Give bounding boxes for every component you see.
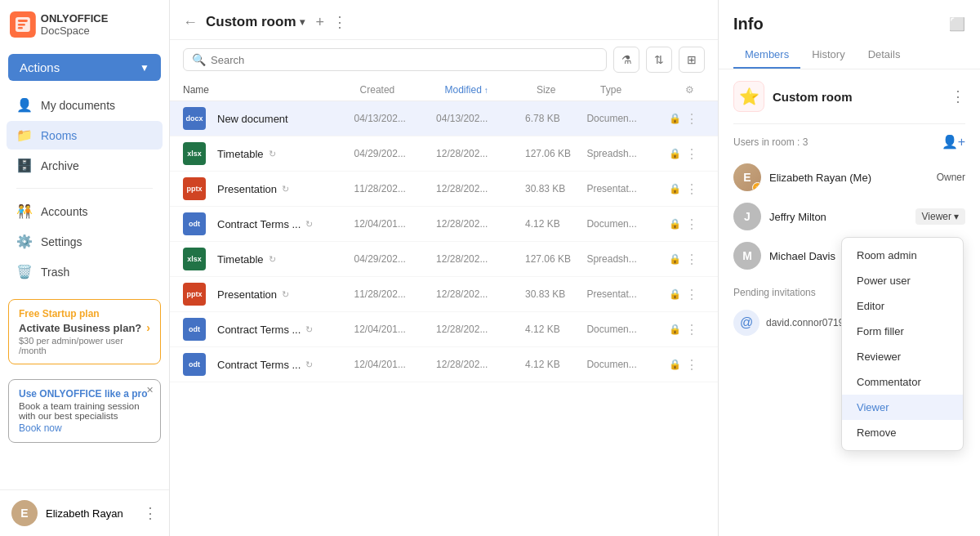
role-option-viewer[interactable]: Viewer <box>842 395 963 420</box>
sidebar-divider <box>16 188 153 189</box>
room-title[interactable]: Custom room ▾ <box>206 14 305 30</box>
promo-arrow-icon[interactable]: › <box>146 321 150 334</box>
file-table: Name Created Modified ↑ Size Type ⚙ docx… <box>170 79 718 536</box>
add-item-button[interactable]: + <box>316 14 325 31</box>
room-info-dots-icon[interactable]: ⋮ <box>951 87 965 105</box>
file-size: 6.78 KB <box>525 113 586 124</box>
file-more-icon[interactable]: ⋮ <box>685 322 705 337</box>
back-button[interactable]: ← <box>183 14 198 31</box>
role-option-remove[interactable]: Remove <box>842 420 963 445</box>
svg-rect-4 <box>18 27 23 29</box>
sidebar: ONLYOFFICE DocSpace Actions ▼ 👤 My docum… <box>0 0 170 536</box>
promo2-link[interactable]: Book now <box>19 422 150 434</box>
file-type-icon: pptx <box>183 177 206 200</box>
role-option-power-user[interactable]: Power user <box>842 268 963 293</box>
table-row[interactable]: odt Contract Terms ... ↻ 12/04/201... 12… <box>170 347 718 382</box>
col-type-header: Type <box>600 84 685 96</box>
tab-details[interactable]: Details <box>857 42 912 69</box>
file-more-icon[interactable]: ⋮ <box>685 146 705 162</box>
tab-history[interactable]: History <box>800 42 856 69</box>
file-more-icon[interactable]: ⋮ <box>685 252 705 267</box>
file-more-icon[interactable]: ⋮ <box>685 181 705 197</box>
sidebar-item-accounts[interactable]: 🧑‍🤝‍🧑 Accounts <box>7 197 163 226</box>
user-menu-dots-icon[interactable]: ⋮ <box>143 504 158 522</box>
file-more-icon[interactable]: ⋮ <box>685 111 705 127</box>
role-option-commentator[interactable]: Commentator <box>842 369 963 395</box>
file-name-text: New document <box>217 113 288 125</box>
file-type-icon: odt <box>183 318 206 341</box>
viewer-role-button[interactable]: Viewer ▾ <box>915 208 965 225</box>
file-type-text: Spreadsh... <box>586 148 669 159</box>
file-type-icon: odt <box>183 353 206 376</box>
sidebar-logo-text: ONLYOFFICE DocSpace <box>41 12 159 37</box>
table-row[interactable]: docx New document 04/13/202... 04/13/202… <box>170 101 718 136</box>
file-type-icon: xlsx <box>183 248 206 270</box>
expand-icon[interactable]: ⬜ <box>949 16 965 32</box>
file-modified: 12/28/202... <box>436 359 525 370</box>
sidebar-footer: E Elizabeth Rayan ⋮ <box>0 489 169 536</box>
file-type-text: Documen... <box>586 218 669 230</box>
svg-rect-3 <box>18 24 25 25</box>
sync-icon: ↻ <box>305 360 313 370</box>
close-icon[interactable]: ✕ <box>146 385 154 395</box>
file-created: 11/28/202... <box>354 288 437 300</box>
sidebar-item-rooms[interactable]: 📁 Rooms <box>7 121 163 150</box>
file-more-icon[interactable]: ⋮ <box>685 357 705 373</box>
col-name-header: Name <box>183 84 360 96</box>
svg-rect-2 <box>18 20 28 22</box>
promo-startup-plan: Free Startup plan Activate Business plan… <box>8 299 161 364</box>
lock-icon: 🔒 <box>669 218 685 230</box>
main-header: ← Custom room ▾ + ⋮ <box>170 0 718 40</box>
role-option-reviewer[interactable]: Reviewer <box>842 344 963 369</box>
sidebar-item-my-documents[interactable]: 👤 My documents <box>7 91 163 119</box>
role-option-editor[interactable]: Editor <box>842 293 963 319</box>
sidebar-logo: ONLYOFFICE DocSpace <box>0 0 169 49</box>
file-more-icon[interactable]: ⋮ <box>685 287 705 302</box>
info-panel: Info ⬜ Members History Details ⭐ Custom … <box>719 0 980 536</box>
actions-button[interactable]: Actions ▼ <box>8 54 161 81</box>
search-icon: 🔍 <box>192 53 206 66</box>
table-row[interactable]: xlsx Timetable ↻ 04/29/202... 12/28/202.… <box>170 242 718 277</box>
file-created: 04/29/202... <box>354 148 437 159</box>
view-toggle-button[interactable]: ⊞ <box>679 47 705 73</box>
sidebar-item-trash[interactable]: 🗑️ Trash <box>7 257 163 286</box>
col-settings-icon[interactable]: ⚙ <box>685 84 705 96</box>
file-type-icon: pptx <box>183 283 206 306</box>
avatar: J <box>733 203 761 230</box>
table-row[interactable]: odt Contract Terms ... ↻ 12/04/201... 12… <box>170 207 718 242</box>
col-modified-header[interactable]: Modified ↑ <box>444 84 537 96</box>
table-row[interactable]: pptx Presentation ↻ 11/28/202... 12/28/2… <box>170 172 718 207</box>
file-name-text: Contract Terms ... <box>217 359 301 371</box>
file-name-text: Presentation <box>217 183 277 195</box>
pending-at-icon: @ <box>733 310 760 336</box>
table-row[interactable]: odt Contract Terms ... ↻ 12/04/201... 12… <box>170 312 718 347</box>
sidebar-item-archive[interactable]: 🗄️ Archive <box>7 151 163 180</box>
sidebar-item-label: Rooms <box>41 129 77 142</box>
table-row[interactable]: xlsx Timetable ↻ 04/29/202... 12/28/202.… <box>170 136 718 172</box>
tab-members[interactable]: Members <box>733 42 800 69</box>
room-menu-dots-icon[interactable]: ⋮ <box>332 13 347 31</box>
file-modified: 12/28/202... <box>436 288 525 300</box>
sidebar-item-settings[interactable]: ⚙️ Settings <box>7 227 163 256</box>
role-option-room-admin[interactable]: Room admin <box>842 243 963 268</box>
role-option-form-filler[interactable]: Form filler <box>842 319 963 344</box>
add-member-button[interactable]: 👤+ <box>942 134 965 150</box>
file-type-text: Documen... <box>586 359 669 370</box>
onlyoffice-logo-icon <box>10 11 36 38</box>
file-type-icon: docx <box>183 107 206 130</box>
toolbar: 🔍 ⚗ ⇅ ⊞ <box>170 40 718 79</box>
footer-username: Elizabeth Rayan <box>46 507 135 520</box>
file-modified: 12/28/202... <box>436 148 525 159</box>
promo2-desc: Book a team training session with our be… <box>19 401 150 421</box>
filter-button[interactable]: ⚗ <box>613 47 639 73</box>
file-size: 127.06 KB <box>525 253 586 265</box>
sidebar-nav: 👤 My documents 📁 Rooms 🗄️ Archive 🧑‍🤝‍🧑 … <box>0 86 169 291</box>
search-input[interactable] <box>211 54 598 66</box>
sidebar-item-label: My documents <box>41 99 115 112</box>
file-more-icon[interactable]: ⋮ <box>685 217 705 232</box>
sort-button[interactable]: ⇅ <box>646 47 672 73</box>
table-row[interactable]: pptx Presentation ↻ 11/28/202... 12/28/2… <box>170 277 718 312</box>
search-box[interactable]: 🔍 <box>183 48 607 71</box>
user-icon: 👤 <box>16 97 33 113</box>
file-name-text: Presentation <box>217 288 277 301</box>
